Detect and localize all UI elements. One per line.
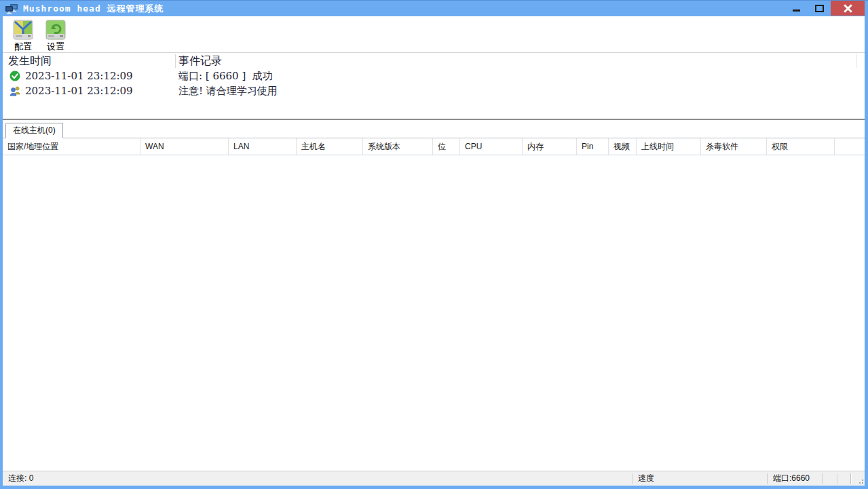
config-button[interactable]: 配置	[11, 20, 35, 53]
event-column-time[interactable]: 发生时间	[8, 54, 52, 69]
settings-icon	[45, 20, 66, 40]
column-header-13[interactable]: 权限	[767, 138, 835, 155]
status-connection: 连接: 0	[3, 471, 632, 486]
column-header-6[interactable]: 位	[433, 138, 460, 155]
column-header-7[interactable]: CPU	[460, 138, 523, 155]
resize-grip-icon[interactable]	[856, 476, 865, 484]
maximize-icon	[815, 5, 824, 12]
window-border-right	[865, 16, 868, 486]
window-border-bottom	[0, 486, 868, 489]
column-header-10[interactable]: 视频	[609, 138, 637, 155]
close-icon	[844, 4, 852, 13]
window-controls	[785, 1, 865, 17]
column-header-2[interactable]: WAN	[140, 138, 229, 155]
column-header-1[interactable]: 国家/地理位置	[3, 138, 140, 155]
event-time: 2023-11-01 23:12:09	[25, 85, 133, 97]
column-header-3[interactable]: LAN	[229, 138, 297, 155]
maximize-button[interactable]	[808, 1, 831, 16]
column-header-11[interactable]: 上线时间	[637, 138, 701, 155]
event-log-panel: 发生时间 事件记录 2023-11-01 23:12:09 端口: [ 6660…	[3, 53, 865, 119]
app-window: Mushroom head 远程管理系统	[0, 0, 868, 489]
users-icon	[10, 85, 20, 96]
config-icon	[13, 20, 33, 40]
status-bar: 连接: 0 速度 端口:6660	[3, 471, 865, 486]
status-empty-cell	[851, 471, 856, 486]
event-column-event[interactable]: 事件记录	[178, 54, 222, 69]
toolbar: 配置 设置	[3, 17, 865, 53]
window-title: Mushroom head 远程管理系统	[23, 3, 164, 15]
event-log-header: 发生时间 事件记录	[3, 53, 865, 69]
status-empty-cell	[837, 471, 850, 486]
minimize-icon	[793, 9, 800, 12]
tab-bar: 在线主机(0)	[3, 120, 865, 138]
event-column-divider[interactable]	[175, 54, 176, 68]
column-header-5[interactable]: 系统版本	[363, 138, 433, 155]
column-header-9[interactable]: Pin	[577, 138, 609, 155]
config-button-label: 配置	[14, 41, 32, 53]
event-time: 2023-11-01 23:12:09	[25, 70, 133, 82]
column-header-12[interactable]: 杀毒软件	[701, 138, 767, 155]
host-table-header: 国家/地理位置WANLAN主机名系统版本位CPU内存Pin视频上线时间杀毒软件权…	[3, 138, 865, 155]
event-row[interactable]: 2023-11-01 23:12:09 端口: [ 6660 ] 成功	[3, 69, 865, 84]
titlebar: Mushroom head 远程管理系统	[0, 0, 868, 16]
status-speed: 速度	[633, 471, 767, 486]
settings-button[interactable]: 设置	[43, 20, 68, 53]
column-header-8[interactable]: 内存	[523, 138, 577, 155]
event-row[interactable]: 2023-11-01 23:12:09 注意! 请合理学习使用	[3, 84, 865, 99]
settings-button-label: 设置	[47, 41, 64, 53]
event-text: 端口: [ 6660 ] 成功	[178, 70, 273, 83]
success-check-icon	[10, 71, 20, 81]
event-column-divider-right	[856, 54, 857, 68]
host-table-body[interactable]	[3, 155, 865, 471]
tab-online-hosts[interactable]: 在线主机(0)	[5, 123, 63, 138]
column-header-4[interactable]: 主机名	[297, 138, 363, 155]
event-text: 注意! 请合理学习使用	[178, 85, 278, 98]
minimize-button[interactable]	[785, 1, 808, 16]
column-header-filler	[835, 138, 865, 155]
status-empty-cell	[823, 471, 837, 486]
close-button[interactable]	[831, 1, 865, 16]
status-port: 端口:6660	[768, 471, 822, 486]
dual-monitors-icon	[5, 3, 18, 14]
